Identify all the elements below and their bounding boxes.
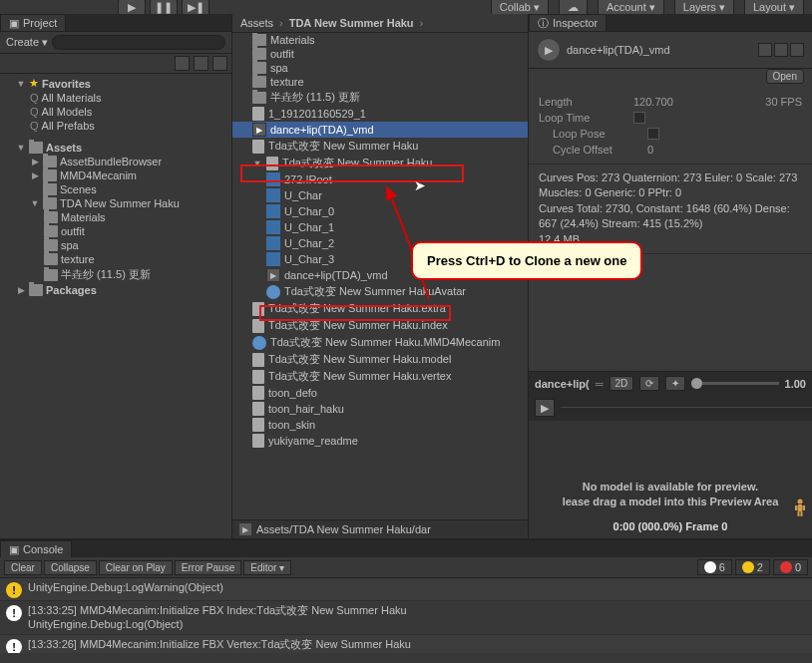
inspector-tab[interactable]: ⓘInspector [529,14,607,31]
list-item[interactable]: outfit [232,47,528,61]
console-row[interactable]: ! [13:33:26] MMD4Mecanim:Initialize FBX … [0,635,812,653]
avatar-icon [266,285,280,299]
fps-label: 30 FPS [765,96,802,108]
console-icon: ▣ [9,543,19,556]
list-item[interactable]: Tda式改变 New Summer Haku.model [232,351,528,368]
list-item[interactable]: spa [232,61,528,75]
settings-icon[interactable] [790,43,804,57]
play-button[interactable]: ▶ [118,0,146,15]
folder-cn[interactable]: 半垚纱 (11.5) 更新 [0,266,231,283]
list-item[interactable]: Tda式改变 New Summer Haku [232,138,528,155]
list-item[interactable]: Tda式改变 New Summer Haku.extra [232,300,528,317]
error-pause-button[interactable]: Error Pause [175,560,241,575]
list-item-selected[interactable]: ▶dance+lip(TDA)_vmd [232,122,528,138]
folder-assetbundle[interactable]: ▶AssetBundleBrowser [0,155,231,168]
assets-root[interactable]: ▼Assets [0,141,231,155]
project-tab[interactable]: ▣Project [0,14,66,31]
folder-materials[interactable]: Materials [0,210,231,224]
clear-button[interactable]: Clear [4,560,42,575]
folder-texture[interactable]: texture [0,252,231,266]
hidden-icon[interactable] [212,56,227,71]
info-count[interactable]: 6 [697,559,732,575]
folder-icon [44,269,58,281]
list-item[interactable]: ▼Tda式改变 New Summer Haku [232,155,528,171]
editor-dropdown[interactable]: Editor ▾ [243,560,291,575]
btn-ik-icon[interactable]: ✦ [665,376,685,391]
top-toolbar: ▶ ❚❚ ▶❚ Collab ▾ ☁ Account ▾ Layers ▾ La… [0,0,812,14]
list-item[interactable]: 半垚纱 (11.5) 更新 [232,89,528,106]
console-row[interactable]: ! UnityEngine.Debug:LogWarning(Object) [0,578,812,601]
folder-icon [252,48,266,60]
fav-all-materials[interactable]: QAll Materials [0,91,231,105]
btn-pivot-icon[interactable]: ⟳ [639,376,659,391]
search-icon: Q [30,106,39,118]
list-item[interactable]: texture [232,75,528,89]
component-icon[interactable] [758,43,772,57]
warning-icon: ! [6,582,22,598]
breadcrumb-root[interactable]: Assets [240,17,273,29]
pause-button[interactable]: ❚❚ [150,0,178,15]
error-icon [780,561,792,573]
open-button[interactable]: Open [766,69,804,84]
length-label: Length [539,96,633,108]
help-icon[interactable] [774,43,788,57]
list-item[interactable]: U_Char [232,187,528,203]
filter-icon[interactable] [175,56,190,71]
list-item[interactable]: Tda式改变 New Summer Haku.index [232,317,528,334]
list-item[interactable]: Materials [232,33,528,47]
error-count[interactable]: 0 [773,559,808,575]
loop-pose-label: Loop Pose [553,128,647,140]
avatar-preview-icon[interactable] [792,498,808,516]
preview-play-button[interactable]: ▶ [535,399,555,417]
loop-time-checkbox[interactable] [633,112,645,124]
project-search-input[interactable] [52,35,225,50]
breadcrumb-current[interactable]: TDA New Summer Haku [289,17,414,29]
console-tab[interactable]: ▣Console [0,540,72,557]
annotation-tooltip: Press Ctrl+D to Clone a new one [411,241,642,280]
collapse-button[interactable]: Collapse [44,560,97,575]
list-item[interactable]: U_Char_1 [232,219,528,235]
favorites-icon[interactable] [194,56,208,71]
search-icon: Q [30,120,39,132]
folder-spa[interactable]: spa [0,238,231,252]
list-item[interactable]: U_Char_0 [232,203,528,219]
fav-all-models[interactable]: QAll Models [0,105,231,119]
list-item[interactable]: yukiyame_readme [232,433,528,449]
packages-root[interactable]: ▶Packages [0,283,231,297]
cycle-offset-value[interactable]: 0 [647,144,653,156]
chevron-right-icon: › [279,17,283,29]
folder-mmd4mecanim[interactable]: ▶MMD4Mecanim [0,168,231,182]
list-item[interactable]: Tda式改变 New Summer Haku.vertex [232,368,528,385]
btn-2d[interactable]: 2D [609,376,634,391]
folder-outfit[interactable]: outfit [0,224,231,238]
console-row[interactable]: ! [13:33:25] MMD4Mecanim:Initialize FBX … [0,601,812,635]
folder-icon [44,239,58,251]
list-item[interactable]: toon_defo [232,385,528,401]
breadcrumb[interactable]: Assets › TDA New Summer Haku › [232,14,528,33]
image-icon [252,107,264,121]
list-item[interactable]: 272.!Root [232,171,528,187]
clear-on-play-button[interactable]: Clear on Play [99,560,173,575]
folder-icon [44,225,58,237]
list-item[interactable]: 1_191201160529_1 [232,106,528,122]
loop-pose-checkbox[interactable] [647,128,659,140]
svg-rect-4 [798,511,800,516]
preview-timeline-toolbar: dance+lip( ═ 2D ⟳ ✦ 1.00 [529,371,812,395]
create-dropdown[interactable]: Create ▾ [6,36,48,49]
speed-slider[interactable] [691,382,778,385]
list-item[interactable]: Tda式改变 New Summer HakuAvatar [232,283,528,300]
step-button[interactable]: ▶❚ [182,0,209,15]
favorites-root[interactable]: ▼★Favorites [0,76,231,91]
preview-play-icon[interactable]: ▶ [537,38,561,62]
fav-all-prefabs[interactable]: QAll Prefabs [0,119,231,133]
preview-viewport[interactable]: No model is available for preview. lease… [529,421,812,538]
folder-scenes[interactable]: Scenes [0,182,231,196]
folder-icon: ▣ [9,17,19,30]
info-icon [704,561,716,573]
folder-tda[interactable]: ▼TDA New Summer Haku [0,196,231,210]
list-item[interactable]: Tda式改变 New Summer Haku.MMD4Mecanim [232,334,528,351]
model-icon [266,157,278,170]
list-item[interactable]: toon_hair_haku [232,401,528,417]
warn-count[interactable]: 2 [735,559,770,575]
list-item[interactable]: toon_skin [232,417,528,433]
